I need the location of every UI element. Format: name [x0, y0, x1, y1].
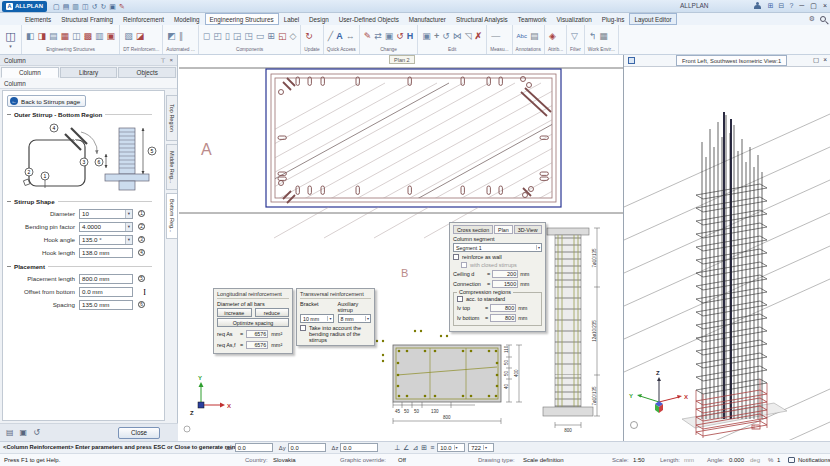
drawing-type-value[interactable]: Scale definition: [523, 454, 564, 466]
line-icon[interactable]: ╱: [328, 31, 333, 41]
palette-header[interactable]: Column ⊤ ×: [0, 55, 177, 66]
chevron-down-icon[interactable]: ▾: [454, 445, 459, 450]
cross-section-tab[interactable]: Cross section: [453, 225, 493, 234]
reduce-button[interactable]: reduce: [255, 308, 290, 317]
printer-icon[interactable]: ▤: [6, 428, 14, 437]
measure-icon[interactable]: —: [491, 31, 500, 41]
girder-icon[interactable]: ▦: [61, 31, 70, 41]
menu-tab[interactable]: Structural Framing: [56, 13, 118, 25]
menu-tab[interactable]: Design: [304, 13, 334, 25]
plot-icon[interactable]: ◫: [82, 2, 89, 11]
value-input[interactable]: 1500: [492, 280, 518, 288]
menu-tab[interactable]: Structural Analysis: [451, 13, 513, 25]
copy-icon[interactable]: ▣: [20, 428, 28, 437]
text-icon[interactable]: A: [336, 31, 343, 41]
undo-icon[interactable]: ↺: [92, 2, 98, 11]
menu-tab[interactable]: Label: [279, 13, 304, 25]
increase-button[interactable]: increase: [217, 308, 252, 317]
search-icon[interactable]: [820, 16, 826, 22]
text-abc-icon[interactable]: Abc: [517, 31, 527, 41]
attributes-icon[interactable]: ◈: [549, 31, 556, 41]
palette-close-icon[interactable]: ×: [169, 57, 173, 64]
beam-reinforce-icon[interactable]: ◨: [38, 31, 47, 41]
cross-section-tab[interactable]: 3D-View: [514, 225, 542, 234]
door-icon[interactable]: ◻: [203, 31, 210, 41]
frame-icon[interactable]: ◧: [26, 31, 35, 41]
delta-input[interactable]: 0.0: [235, 443, 273, 452]
dt-schedule-icon[interactable]: ◪: [136, 31, 145, 41]
palette-tab[interactable]: Objects: [118, 67, 176, 78]
filter-icon[interactable]: ▽: [571, 31, 578, 41]
support-icon[interactable]: ◲: [233, 31, 242, 41]
reinforce-as-wall-checkbox[interactable]: [453, 254, 459, 260]
angle-value[interactable]: 0.000: [729, 454, 744, 466]
maximize-button[interactable]: ▢: [810, 2, 817, 10]
placement-section-header[interactable]: Placement: [7, 263, 152, 270]
graphic-override-value[interactable]: Off: [398, 454, 406, 466]
perp-snap-icon[interactable]: ⊥: [394, 444, 400, 452]
clipboard-icon[interactable]: ▣: [109, 2, 116, 11]
percent-value[interactable]: 1: [777, 454, 780, 466]
column-reinforce-icon[interactable]: ▤: [49, 31, 58, 41]
auto-column-icon[interactable]: ∥: [179, 31, 184, 41]
chevron-down-icon[interactable]: ▾: [125, 210, 132, 218]
view-maximize-icon[interactable]: ▢: [813, 56, 819, 64]
railing-icon[interactable]: ▭: [256, 31, 265, 41]
user-account-icon[interactable]: [754, 2, 762, 10]
region-tab[interactable]: Bottom Reg...: [166, 193, 177, 239]
opening-icon[interactable]: ◱: [278, 31, 287, 41]
fixture-icon[interactable]: ◇: [289, 31, 296, 41]
stirrup-shape-section-header[interactable]: Stirrup Shape: [7, 198, 152, 205]
country-value[interactable]: Slovakia: [273, 454, 296, 466]
apps-icon[interactable]: ⊞: [768, 1, 774, 10]
delete-icon[interactable]: ✗: [475, 31, 483, 41]
parallel-snap-icon[interactable]: ≡: [430, 444, 434, 452]
legend-icon[interactable]: ▤: [530, 31, 539, 41]
pan-view-icon[interactable]: ↰: [589, 31, 597, 41]
close-palette-button[interactable]: Close: [118, 427, 160, 439]
mirror-icon[interactable]: ⋈: [453, 31, 462, 41]
cross-section-panel[interactable]: Cross section Plan 3D-View Column segmen…: [449, 222, 546, 332]
menu-tab[interactable]: Modeling: [169, 13, 205, 25]
chevron-down-icon[interactable]: ▾: [327, 316, 332, 321]
field-input[interactable]: 135.0 mm ▾ I: [79, 300, 133, 310]
length-value[interactable]: mm: [684, 454, 694, 466]
plan-tab[interactable]: Plan 2: [389, 55, 415, 64]
outer-stirrup-section-header[interactable]: Outer Stirrup - Bottom Region: [7, 111, 152, 118]
edit-pen-icon[interactable]: ✎: [364, 31, 372, 41]
open-icon[interactable]: ▤: [63, 2, 70, 11]
field-input[interactable]: 0.0 mm ▾ I: [79, 287, 133, 297]
update-icon[interactable]: ↻: [305, 31, 313, 41]
wizard-icon[interactable]: ✎: [119, 2, 125, 11]
grid-snap-icon[interactable]: ⊞: [421, 444, 427, 452]
value-input[interactable]: 800: [490, 314, 516, 322]
delta-input[interactable]: 0.0: [288, 443, 326, 452]
new-project-icon[interactable]: ▢: [53, 2, 60, 11]
field-input[interactable]: 138.0 mm ▾ I: [79, 248, 133, 258]
value-input[interactable]: 200: [492, 270, 518, 278]
window-icon[interactable]: ◰: [213, 31, 222, 41]
stirrup-icon[interactable]: ▥: [95, 31, 104, 41]
angle-snap-icon[interactable]: ∠: [403, 444, 409, 452]
field-input[interactable]: 4.0000 ▾ I: [79, 222, 133, 232]
view-titlebar[interactable]: Front Left, Southwest Isometric View:1 ▢…: [624, 55, 830, 67]
scale-value[interactable]: 1:50: [633, 454, 645, 466]
grid-icon[interactable]: ⊞: [267, 31, 275, 41]
menu-tab[interactable]: Engineering Structures: [205, 13, 279, 25]
field-input[interactable]: 10 ▾ I: [79, 209, 133, 219]
field-input[interactable]: 800.0 mm ▾ I: [79, 274, 133, 284]
hatch-style-icon[interactable]: H: [407, 31, 414, 41]
longitudinal-reinforcement-dialog[interactable]: Longitudinal reinforcement Diameter of a…: [213, 288, 293, 354]
menu-tab[interactable]: Elements: [20, 13, 56, 25]
match-properties-icon[interactable]: ⇄: [374, 31, 382, 41]
bending-radius-checkbox[interactable]: [300, 325, 306, 331]
help-icon[interactable]: ?: [789, 1, 793, 10]
region-tab[interactable]: Top Region: [166, 95, 177, 141]
view-layout-button[interactable]: ◫ ▾: [0, 25, 22, 54]
chevron-down-icon[interactable]: ▾: [125, 223, 132, 231]
resize-icon[interactable]: ◹: [465, 31, 472, 41]
slab-reinforce-icon[interactable]: ◫: [72, 31, 81, 41]
back-to-stirrups-button[interactable]: ← Back to Stirrups page: [7, 95, 86, 107]
notifications-icon[interactable]: [788, 457, 795, 463]
view-close-icon[interactable]: ×: [823, 56, 827, 64]
